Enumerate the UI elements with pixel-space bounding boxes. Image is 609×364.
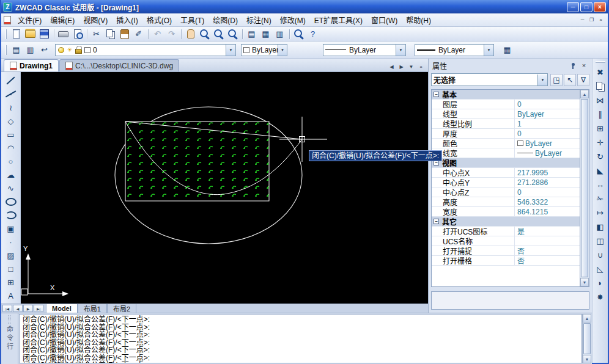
quick-select-button[interactable]: ∇ xyxy=(577,74,589,86)
menu-edit[interactable]: 编辑(E) xyxy=(46,13,79,27)
plot-button[interactable] xyxy=(56,28,70,40)
paste-button[interactable] xyxy=(117,28,131,40)
arc-tool[interactable]: ◠ xyxy=(3,141,19,155)
linetype-select[interactable]: ByLayer ▼ xyxy=(323,44,406,56)
point-tool[interactable]: ∙ xyxy=(3,235,19,249)
property-row[interactable]: −线宽 ByLayer xyxy=(432,148,580,158)
maximize-button[interactable]: □ xyxy=(580,2,592,12)
close-drawing-button[interactable]: × xyxy=(416,62,426,71)
command-dock-tab[interactable]: 命令行 xyxy=(1,313,18,364)
erase-tool[interactable]: ✖ xyxy=(593,65,608,79)
pan-button[interactable] xyxy=(183,28,197,40)
rotate-tool[interactable]: ↻ xyxy=(593,150,608,164)
property-row[interactable]: −中心点Y 271.2886 xyxy=(432,178,580,187)
property-value[interactable]: 0 xyxy=(515,100,580,109)
new-button[interactable] xyxy=(9,28,23,40)
menu-file[interactable]: 文件(F) xyxy=(13,13,46,27)
property-value[interactable]: ByLayer xyxy=(515,139,580,148)
save-button[interactable] xyxy=(37,28,51,40)
property-row[interactable]: −高度 546.3322 xyxy=(432,197,580,207)
property-row[interactable]: −图层 0 xyxy=(432,100,580,109)
layer-select[interactable]: ☀ 0 ▼ xyxy=(55,44,236,56)
dock-grip[interactable] xyxy=(9,315,10,324)
scrollbar-thumb[interactable] xyxy=(583,323,591,354)
selection-dropdown-icon[interactable]: ▼ xyxy=(537,75,547,86)
xline-tool[interactable] xyxy=(3,87,19,101)
command-history[interactable]: 闭合(C)/撤销(U)/拟合公差(F)/<下一点>: 闭合(C)/撤销(U)/拟… xyxy=(19,314,582,363)
insert-block-tool[interactable]: ▣ xyxy=(3,222,19,235)
polygon-tool[interactable]: ◇ xyxy=(3,114,19,128)
break-tool[interactable]: ◫ xyxy=(593,234,608,248)
menu-view[interactable]: 视图(V) xyxy=(79,13,112,27)
menu-help[interactable]: 帮助(H) xyxy=(402,13,435,27)
trim-tool[interactable]: ✁ xyxy=(593,192,608,206)
copy-button[interactable] xyxy=(103,28,117,40)
select-objects-button[interactable]: ↖ xyxy=(564,74,576,86)
scale-tool[interactable]: ◣ xyxy=(593,164,608,178)
redo-button[interactable]: ↷ xyxy=(164,28,179,40)
open-button[interactable] xyxy=(23,28,37,40)
zoom-window-button[interactable] xyxy=(212,28,226,40)
scroll-tabs-left-button[interactable]: ◀ xyxy=(387,62,396,71)
zoom-realtime-button[interactable] xyxy=(197,28,212,40)
tab-layout2[interactable]: 布局2 xyxy=(107,304,136,313)
find-button[interactable] xyxy=(292,28,306,40)
next-layout-button[interactable]: ▶ xyxy=(23,305,33,312)
mdi-minimize-button[interactable]: ─ xyxy=(578,15,587,24)
menu-tools[interactable]: 工具(T) xyxy=(176,13,209,27)
property-row[interactable]: −厚度 0 xyxy=(432,129,580,139)
tab-layout1[interactable]: 布局1 xyxy=(78,304,107,313)
property-value[interactable]: 是 xyxy=(515,226,580,236)
undo-button[interactable]: ↶ xyxy=(150,28,164,40)
scroll-up-icon[interactable]: ▲ xyxy=(580,90,589,98)
titlebar[interactable]: Z ZWCAD Classic 试用版 - [Drawing1] ─ □ × xyxy=(1,0,608,13)
lineweight-dropdown-icon[interactable]: ▼ xyxy=(484,45,493,56)
linetype-dropdown-icon[interactable]: ▼ xyxy=(396,45,405,56)
property-row[interactable]: −中心点Z 0 xyxy=(432,187,580,197)
property-value[interactable]: 0 xyxy=(515,129,580,138)
properties-palette-button[interactable]: ▤ xyxy=(245,28,259,40)
prev-layout-button[interactable]: ◀ xyxy=(13,305,23,312)
property-value[interactable]: 864.1215 xyxy=(515,208,580,216)
property-value[interactable]: 271.2886 xyxy=(515,178,580,187)
property-row[interactable]: −视图 xyxy=(432,158,580,168)
drawing-canvas[interactable]: Y X 闭合(C)/撤销(U)/拟合公差(F)/<下一点>: xyxy=(21,72,428,304)
ellipse-tool[interactable] xyxy=(3,195,19,208)
layer-states-button[interactable]: ▥ xyxy=(23,44,37,56)
scroll-down-icon[interactable]: ▼ xyxy=(583,355,591,363)
tab-clinic-3d[interactable]: C:\...\Desktop\CLINIC-3D.dwg xyxy=(59,59,179,71)
region-tool[interactable]: □ xyxy=(3,262,19,275)
join-tool[interactable]: ∪ xyxy=(593,248,608,262)
property-value[interactable]: 0 xyxy=(515,188,580,197)
tab-list-button[interactable]: ▼ xyxy=(407,62,416,71)
mirror-tool[interactable]: ⋈ xyxy=(593,93,608,107)
property-row[interactable]: −线型 ByLayer xyxy=(432,109,580,119)
last-layout-button[interactable]: ▶| xyxy=(34,305,43,312)
property-value[interactable]: 否 xyxy=(515,255,580,266)
close-button[interactable]: × xyxy=(594,2,606,12)
scroll-up-icon[interactable]: ▲ xyxy=(583,314,591,322)
zoom-previous-button[interactable] xyxy=(226,28,240,40)
property-row[interactable]: −其它 xyxy=(432,217,580,227)
toggle-pickadd-button[interactable]: ◳ xyxy=(550,74,563,86)
properties-close-icon[interactable]: × xyxy=(580,61,588,70)
pin-icon[interactable] xyxy=(569,61,577,70)
extend-tool[interactable]: ↦ xyxy=(593,206,608,220)
line-tool[interactable] xyxy=(3,74,19,87)
layer-manager-button[interactable]: ▤ xyxy=(9,44,23,56)
print-preview-button[interactable] xyxy=(70,28,84,40)
property-row[interactable]: −颜色 ByLayer xyxy=(432,139,580,148)
minimize-button[interactable]: ─ xyxy=(567,2,579,12)
move-tool[interactable]: ✛ xyxy=(593,136,608,150)
mdi-restore-button[interactable]: ❐ xyxy=(587,15,596,24)
polyline-tool[interactable]: ≀ xyxy=(3,101,19,114)
menu-format[interactable]: 格式(O) xyxy=(142,13,176,27)
layer-previous-button[interactable]: ↩ xyxy=(37,44,51,56)
toolbar-grip[interactable] xyxy=(596,61,605,63)
lineweight-select[interactable]: ByLayer ▼ xyxy=(415,44,494,56)
stretch-tool[interactable]: ↔ xyxy=(593,178,608,192)
copy-tool[interactable] xyxy=(593,79,608,93)
help-button[interactable]: ? xyxy=(306,28,320,40)
command-scrollbar[interactable]: ▲ ▼ xyxy=(582,314,591,363)
property-row[interactable]: −打开UCS图标 是 xyxy=(432,227,580,236)
